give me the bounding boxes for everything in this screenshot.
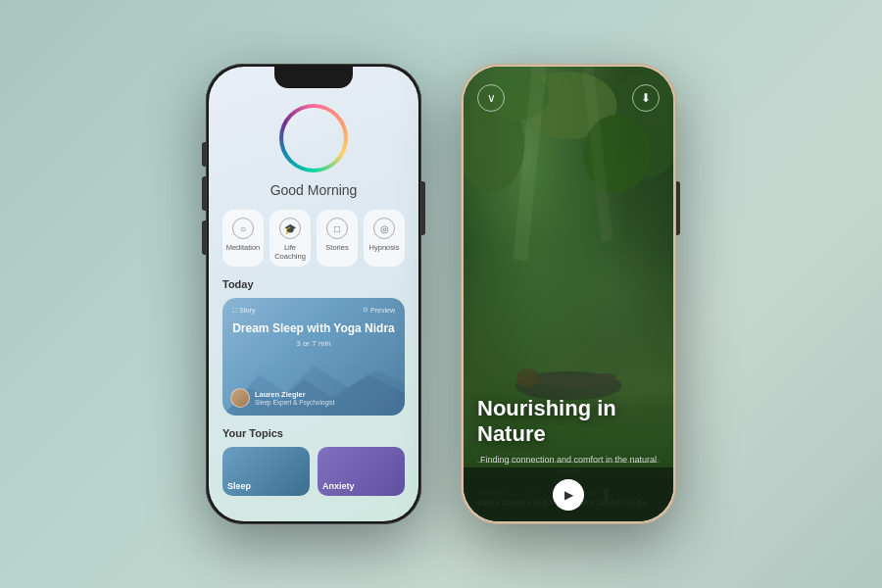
category-coaching[interactable]: 🎓 Life Coaching — [270, 210, 311, 267]
play-button[interactable]: ▶ — [553, 479, 584, 511]
story-card[interactable]: □ Story ⊙ Preview Dream Sleep with Yoga … — [222, 298, 405, 416]
story-duration: 3 or 7 min — [232, 339, 395, 348]
preview-label[interactable]: ⊙ Preview — [363, 306, 395, 314]
content-title: Nourishing in Nature — [477, 239, 660, 448]
topic-anxiety[interactable]: Anxiety — [318, 447, 405, 496]
category-hypnosis-label: Hypnosis — [369, 243, 400, 252]
rainbow-circle-icon — [279, 104, 348, 172]
topics-label: Your Topics — [222, 427, 405, 439]
stories-icon: □ — [326, 218, 348, 239]
story-title: Dream Sleep with Yoga Nidra — [232, 321, 395, 337]
notch-left — [274, 67, 353, 88]
hypnosis-icon: ◎ — [373, 218, 395, 239]
greeting-text: Good Morning — [270, 182, 358, 198]
category-meditation[interactable]: ○ Meditation — [222, 210, 264, 267]
right-top-bar: ∨ ⬇ — [477, 84, 660, 112]
categories-row: ○ Meditation 🎓 Life Coaching □ Stories ◎… — [222, 210, 405, 267]
author-title: Sleep Expert & Psychologist — [255, 399, 335, 406]
story-tag-bar: □ Story ⊙ Preview — [232, 306, 395, 314]
right-phone: ∨ ⬇ Nourishing in Nature Finding connect… — [461, 64, 676, 524]
bottom-divider — [477, 462, 660, 463]
download-icon[interactable]: ⬇ — [632, 84, 660, 112]
category-hypnosis[interactable]: ◎ Hypnosis — [364, 210, 405, 267]
meditation-icon: ○ — [232, 218, 254, 239]
author-name: Lauren Ziegler — [255, 390, 335, 399]
today-label: Today — [222, 278, 405, 290]
category-stories[interactable]: □ Stories — [317, 210, 358, 267]
category-meditation-label: Meditation — [226, 243, 261, 252]
play-bar[interactable]: ▶ — [464, 467, 673, 521]
category-coaching-label: Life Coaching — [271, 243, 309, 261]
topics-row: Sleep Anxiety — [222, 447, 405, 496]
left-phone: Good Morning ○ Meditation 🎓 Life Coachin… — [206, 64, 421, 524]
chevron-down-icon[interactable]: ∨ — [477, 84, 505, 112]
coaching-icon: 🎓 — [279, 218, 301, 239]
author-avatar — [230, 388, 250, 408]
category-stories-label: Stories — [325, 243, 348, 252]
right-content: ∨ ⬇ Nourishing in Nature Finding connect… — [464, 67, 673, 521]
story-type-label: □ Story — [232, 307, 256, 314]
story-author: Lauren Ziegler Sleep Expert & Psychologi… — [230, 388, 335, 408]
topic-sleep[interactable]: Sleep — [222, 447, 310, 496]
